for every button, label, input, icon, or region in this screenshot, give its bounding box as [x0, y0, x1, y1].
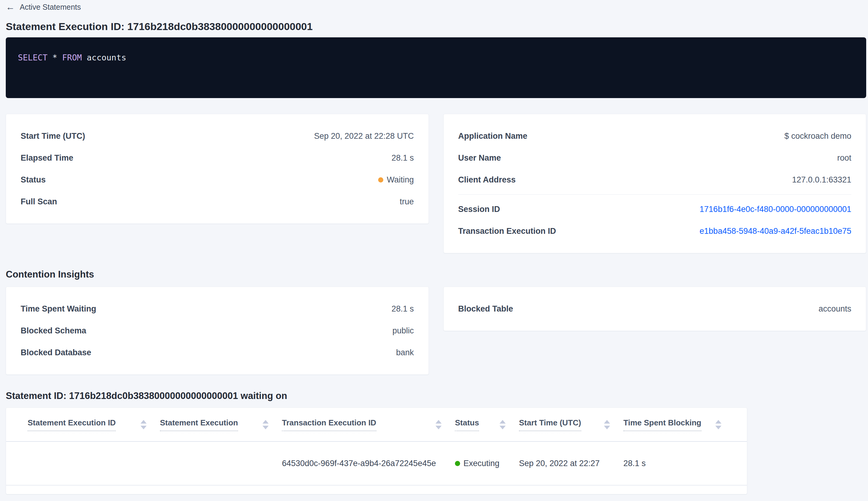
breadcrumb-back-active-statements[interactable]: ← Active Statements: [6, 0, 81, 12]
column-header-statement-execution[interactable]: Statement Execution: [160, 408, 282, 441]
elapsed-time-value: 28.1 s: [391, 153, 414, 163]
table-row: 64530d0c-969f-437e-a9b4-26a72245e45e Exe…: [6, 442, 747, 486]
row-time-spent-waiting: Time Spent Waiting 28.1 s: [21, 298, 414, 320]
application-name-label: Application Name: [458, 131, 528, 141]
column-header-status[interactable]: Status: [455, 408, 519, 441]
full-scan-value: true: [400, 197, 414, 206]
elapsed-time-label: Elapsed Time: [21, 153, 74, 163]
column-header-transaction-execution-id[interactable]: Transaction Execution ID: [282, 408, 455, 441]
full-scan-label: Full Scan: [21, 197, 57, 206]
blocked-database-value: bank: [396, 348, 414, 358]
contention-cards-row: Time Spent Waiting 28.1 s Blocked Schema…: [6, 287, 866, 375]
cell-time-spent-blocking: 28.1 s: [623, 459, 735, 468]
waiting-statements-table: Statement Execution ID Statement Executi…: [6, 407, 747, 494]
status-badge: Waiting: [378, 175, 414, 185]
status-value: Waiting: [387, 175, 414, 185]
column-header-statement-execution-id[interactable]: Statement Execution ID: [28, 408, 160, 441]
sort-arrows-icon: [141, 420, 147, 429]
row-blocked-database: Blocked Database bank: [21, 342, 414, 363]
sql-keyword-select: SELECT: [18, 53, 48, 62]
application-name-value: $ cockroach demo: [784, 131, 851, 141]
table-header-row: Statement Execution ID Statement Executi…: [6, 408, 747, 442]
user-name-value: root: [837, 153, 851, 163]
statement-execution-id-header-label: Statement Execution ID: [28, 418, 116, 431]
session-id-label: Session ID: [458, 205, 500, 214]
statement-details-page: ← Active Statements Statement Execution …: [6, 0, 866, 494]
contention-waiting-card: Time Spent Waiting 28.1 s Blocked Schema…: [6, 287, 429, 375]
row-blocked-schema: Blocked Schema public: [21, 320, 414, 342]
page-title: Statement Execution ID: 1716b218dc0b3838…: [6, 21, 866, 32]
start-time-value: Sep 20, 2022 at 22:28 UTC: [314, 131, 414, 141]
blocked-database-label: Blocked Database: [21, 348, 91, 358]
sort-arrows-icon: [500, 420, 506, 429]
sql-table-name: accounts: [87, 53, 126, 62]
time-spent-blocking-header-label: Time Spent Blocking: [623, 418, 701, 431]
time-spent-waiting-label: Time Spent Waiting: [21, 304, 96, 314]
sql-star-operator: *: [53, 53, 57, 62]
row-status: Status Waiting: [21, 169, 414, 191]
column-header-start-time[interactable]: Start Time (UTC): [519, 408, 623, 441]
row-full-scan: Full Scan true: [21, 191, 414, 213]
statement-overview-card: Start Time (UTC) Sep 20, 2022 at 22:28 U…: [6, 114, 429, 224]
blocked-table-value: accounts: [818, 304, 851, 314]
row-session-id: Session ID 1716b1f6-4e0c-f480-0000-00000…: [458, 198, 851, 220]
sql-statement-box: SELECT*FROMaccounts: [6, 38, 866, 98]
blocked-schema-label: Blocked Schema: [21, 326, 86, 335]
contention-insights-title: Contention Insights: [6, 269, 866, 280]
time-spent-waiting-value: 28.1 s: [391, 304, 414, 314]
client-address-value: 127.0.0.1:63321: [792, 175, 851, 185]
status-label: Status: [21, 175, 46, 185]
blocked-table-card: Blocked Table accounts: [443, 287, 867, 331]
user-name-label: User Name: [458, 153, 501, 163]
row-user-name: User Name root: [458, 147, 851, 169]
session-id-link[interactable]: 1716b1f6-4e0c-f480-0000-000000000001: [699, 205, 851, 214]
row-blocked-table: Blocked Table accounts: [458, 298, 851, 320]
cell-transaction-execution-id: 64530d0c-969f-437e-a9b4-26a72245e45e: [282, 459, 455, 468]
waiting-on-title: Statement ID: 1716b218dc0b38380000000000…: [6, 391, 866, 402]
status-header-label: Status: [455, 418, 479, 431]
blocked-table-label: Blocked Table: [458, 304, 513, 314]
sort-arrows-icon: [604, 420, 610, 429]
row-transaction-execution-id: Transaction Execution ID e1bba458-5948-4…: [458, 220, 851, 242]
sort-arrows-icon: [435, 420, 442, 429]
start-time-label: Start Time (UTC): [21, 131, 85, 141]
blocked-schema-value: public: [392, 326, 414, 335]
sql-keyword-from: FROM: [62, 53, 82, 62]
transaction-execution-id-header-label: Transaction Execution ID: [282, 418, 376, 431]
executing-status-value: Executing: [464, 459, 500, 468]
row-elapsed-time: Elapsed Time 28.1 s: [21, 147, 414, 169]
waiting-status-dot-icon: [378, 177, 383, 182]
transaction-execution-id-label: Transaction Execution ID: [458, 226, 556, 236]
executing-status-dot-icon: [455, 461, 460, 466]
row-start-time: Start Time (UTC) Sep 20, 2022 at 22:28 U…: [21, 125, 414, 147]
breadcrumb-label: Active Statements: [20, 3, 81, 12]
column-header-time-spent-blocking[interactable]: Time Spent Blocking: [623, 408, 735, 441]
transaction-execution-id-link[interactable]: e1bba458-5948-40a9-a42f-5feac1b10e75: [699, 226, 851, 236]
cell-status: Executing: [455, 459, 519, 468]
cell-start-time: Sep 20, 2022 at 22:27: [519, 459, 623, 468]
session-details-card: Application Name $ cockroach demo User N…: [443, 114, 867, 253]
statement-execution-header-label: Statement Execution: [160, 418, 238, 431]
overview-cards-row: Start Time (UTC) Sep 20, 2022 at 22:28 U…: [6, 114, 866, 253]
start-time-header-label: Start Time (UTC): [519, 418, 581, 431]
sort-arrows-icon: [715, 420, 721, 429]
arrow-left-icon: ←: [6, 2, 15, 12]
sort-arrows-icon: [262, 420, 269, 429]
row-application-name: Application Name $ cockroach demo: [458, 125, 851, 147]
client-address-label: Client Address: [458, 175, 516, 185]
row-client-address: Client Address 127.0.0.1:63321: [458, 169, 851, 191]
card-divider: [458, 194, 851, 195]
